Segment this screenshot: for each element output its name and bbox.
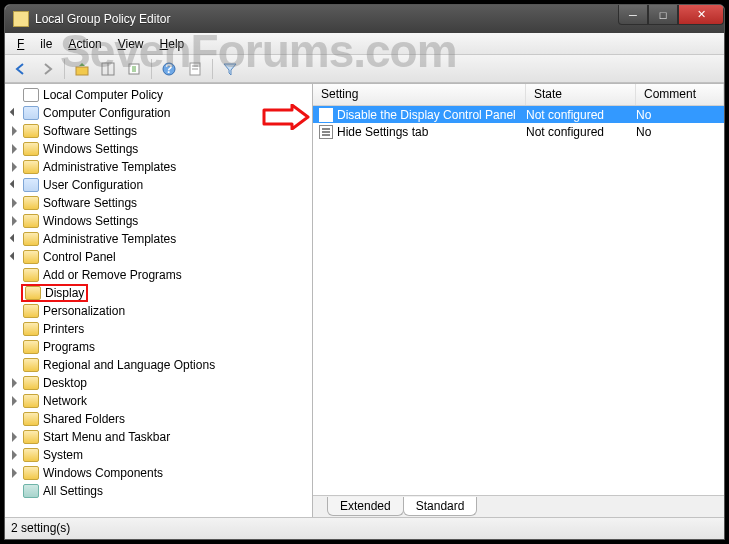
folder-icon [23, 466, 39, 480]
content-area: Local Computer Policy Computer Configura… [5, 83, 724, 517]
folder-icon [23, 160, 39, 174]
col-comment[interactable]: Comment [636, 84, 724, 105]
app-window: Local Group Policy Editor ─ □ ✕ File Act… [4, 4, 725, 540]
list-body[interactable]: Disable the Display Control Panel Not co… [313, 106, 724, 495]
folder-icon [23, 448, 39, 462]
tree-item[interactable]: Windows Settings [5, 212, 312, 230]
folder-icon [23, 196, 39, 210]
tree-item[interactable]: Windows Components [5, 464, 312, 482]
expander-icon[interactable] [9, 161, 21, 173]
folder-icon [23, 214, 39, 228]
filter-button[interactable] [218, 58, 242, 80]
tree-computer-config[interactable]: Computer Configuration [5, 104, 312, 122]
tree-all-settings[interactable]: All Settings [5, 482, 312, 500]
folder-icon [23, 394, 39, 408]
folder-icon [23, 322, 39, 336]
menu-file[interactable]: File [9, 35, 60, 53]
folder-icon [23, 142, 39, 156]
computer-icon [23, 106, 39, 120]
user-icon [23, 178, 39, 192]
expander-icon[interactable] [9, 143, 21, 155]
minimize-button[interactable]: ─ [618, 5, 648, 25]
list-row[interactable]: Disable the Display Control Panel Not co… [313, 106, 724, 123]
svg-rect-0 [76, 67, 88, 75]
expander-icon[interactable] [9, 233, 21, 245]
tree-item[interactable]: Shared Folders [5, 410, 312, 428]
tree-item[interactable]: Windows Settings [5, 140, 312, 158]
back-button[interactable] [9, 58, 33, 80]
list-panel: Setting State Comment Disable the Displa… [313, 84, 724, 517]
statusbar: 2 setting(s) [5, 517, 724, 539]
properties-button[interactable] [183, 58, 207, 80]
folder-icon [23, 412, 39, 426]
tree-item[interactable]: Programs [5, 338, 312, 356]
tree-item[interactable]: Regional and Language Options [5, 356, 312, 374]
window-buttons: ─ □ ✕ [618, 5, 724, 33]
tree-panel[interactable]: Local Computer Policy Computer Configura… [5, 84, 313, 517]
expander-icon[interactable] [9, 467, 21, 479]
tree-admin-templates[interactable]: Administrative Templates [5, 230, 312, 248]
tree-item[interactable]: System [5, 446, 312, 464]
expander-icon[interactable] [9, 179, 21, 191]
expander-icon[interactable] [9, 215, 21, 227]
tree-item[interactable]: Software Settings [5, 194, 312, 212]
tree-user-config[interactable]: User Configuration [5, 176, 312, 194]
titlebar[interactable]: Local Group Policy Editor ─ □ ✕ [5, 5, 724, 33]
policy-icon [23, 88, 39, 102]
tree-item[interactable]: Software Settings [5, 122, 312, 140]
tree-item[interactable]: Printers [5, 320, 312, 338]
tab-standard[interactable]: Standard [403, 497, 478, 516]
tree-root[interactable]: Local Computer Policy [5, 86, 312, 104]
expander-icon[interactable] [9, 107, 21, 119]
tree-item[interactable]: Desktop [5, 374, 312, 392]
expander-icon[interactable] [9, 251, 21, 263]
expander-icon[interactable] [9, 377, 21, 389]
menubar: File Action View Help [5, 33, 724, 55]
close-button[interactable]: ✕ [678, 5, 724, 25]
expander-icon[interactable] [9, 449, 21, 461]
folder-icon [23, 304, 39, 318]
tree-display[interactable]: Display [5, 284, 312, 302]
tree-item[interactable]: Administrative Templates [5, 158, 312, 176]
menu-help[interactable]: Help [152, 35, 193, 53]
expander-icon[interactable] [9, 197, 21, 209]
tree-item[interactable]: Start Menu and Taskbar [5, 428, 312, 446]
tabs: Extended Standard [313, 495, 724, 517]
folder-icon [23, 268, 39, 282]
maximize-button[interactable]: □ [648, 5, 678, 25]
tree-control-panel[interactable]: Control Panel [5, 248, 312, 266]
folder-icon [25, 286, 41, 300]
tree-item[interactable]: Network [5, 392, 312, 410]
tab-extended[interactable]: Extended [327, 497, 404, 516]
list-row[interactable]: Hide Settings tab Not configured No [313, 123, 724, 140]
tree-item[interactable]: Add or Remove Programs [5, 266, 312, 284]
window-title: Local Group Policy Editor [35, 12, 618, 26]
expander-icon[interactable] [9, 395, 21, 407]
col-setting[interactable]: Setting [313, 84, 526, 105]
svg-text:?: ? [165, 62, 172, 76]
menu-view[interactable]: View [110, 35, 152, 53]
separator [212, 59, 213, 79]
status-text: 2 setting(s) [11, 521, 70, 535]
help-button[interactable]: ? [157, 58, 181, 80]
setting-icon [319, 125, 333, 139]
toolbar: ? [5, 55, 724, 83]
export-button[interactable] [122, 58, 146, 80]
forward-button[interactable] [35, 58, 59, 80]
expander-icon[interactable] [9, 125, 21, 137]
setting-icon [319, 108, 333, 122]
separator [151, 59, 152, 79]
folder-open-icon [23, 232, 39, 246]
up-button[interactable] [70, 58, 94, 80]
expander-icon[interactable] [9, 431, 21, 443]
app-icon [13, 11, 29, 27]
tree-item[interactable]: Personalization [5, 302, 312, 320]
show-hide-button[interactable] [96, 58, 120, 80]
menu-action[interactable]: Action [60, 35, 109, 53]
folder-icon [23, 430, 39, 444]
folder-icon [23, 376, 39, 390]
all-settings-icon [23, 484, 39, 498]
folder-open-icon [23, 250, 39, 264]
col-state[interactable]: State [526, 84, 636, 105]
separator [64, 59, 65, 79]
